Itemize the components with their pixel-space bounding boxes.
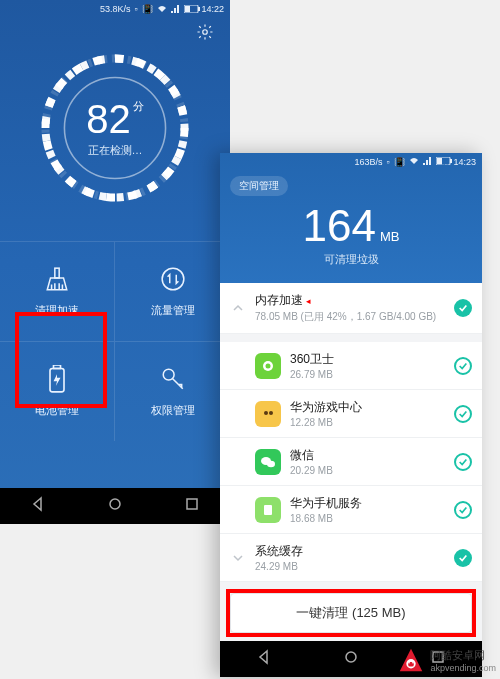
nav-recent[interactable]	[184, 496, 200, 516]
grid-battery-mgr[interactable]: 电池管理	[0, 341, 115, 441]
memory-title: 内存加速	[255, 293, 303, 307]
battery-pct: 38	[190, 6, 198, 13]
watermark-url: akpvending.com	[430, 663, 496, 673]
svg-rect-16	[450, 159, 452, 163]
signal-icon	[423, 157, 432, 167]
signal-icon	[171, 5, 180, 13]
nfc-icon: ▫	[386, 157, 389, 167]
system-cache-row[interactable]: 系统缓存 24.29 MB	[220, 534, 482, 582]
check-toggle[interactable]	[454, 299, 472, 317]
app-size: 26.79 MB	[290, 369, 445, 380]
app-icon-hw-service	[255, 497, 281, 523]
svg-rect-11	[54, 365, 61, 369]
svg-point-3	[203, 30, 208, 35]
app-name: 微信	[290, 447, 445, 464]
list-item[interactable]: 华为游戏中心 12.28 MB	[220, 390, 482, 438]
app-icon-hw-game	[255, 401, 281, 427]
cleanable-label: 可清理垃圾	[220, 252, 482, 267]
svg-point-21	[269, 411, 273, 415]
status-bar: 163B/s ▫ 📳 37 14:23	[220, 153, 482, 171]
grid-clean-accel[interactable]: 清理加速	[0, 241, 115, 341]
status-bar: 53.8K/s ▫ 📳 38 14:22	[0, 0, 230, 18]
updown-icon	[159, 265, 187, 293]
nav-back[interactable]	[30, 496, 46, 516]
app-name: 系统缓存	[255, 543, 445, 560]
svg-rect-8	[55, 268, 59, 278]
gear-icon	[196, 23, 214, 41]
grid-permission-mgr[interactable]: 权限管理	[115, 341, 230, 441]
broom-icon	[43, 265, 71, 293]
feature-grid: 清理加速 流量管理 电池管理 权限管理	[0, 241, 230, 441]
cleanup-list[interactable]: 内存加速◂ 78.05 MB (已用 42%，1.67 GB/4.00 GB) …	[220, 283, 482, 621]
svg-rect-1	[198, 7, 200, 11]
net-speed: 53.8K/s	[100, 4, 131, 14]
svg-point-9	[162, 268, 184, 290]
app-name: 360卫士	[290, 351, 445, 368]
android-logo-icon	[396, 645, 426, 675]
vibrate-icon: 📳	[142, 4, 153, 14]
cleanup-detail-screen: 163B/s ▫ 📳 37 14:23 空间管理 164MB 可清理垃圾 内存加…	[220, 153, 482, 677]
app-icon-wechat	[255, 449, 281, 475]
app-name: 华为手机服务	[290, 495, 445, 512]
svg-rect-14	[187, 499, 197, 509]
nav-home[interactable]	[107, 496, 123, 516]
check-toggle[interactable]	[454, 453, 472, 471]
svg-point-30	[413, 662, 415, 664]
cleanup-header: 163B/s ▫ 📳 37 14:23 空间管理 164MB 可清理垃圾	[220, 153, 482, 283]
check-toggle[interactable]	[454, 405, 472, 423]
grid-label: 权限管理	[151, 403, 195, 418]
watermark: 阿酷安卓网 akpvending.com	[396, 645, 496, 675]
score-gauge: 82分 正在检测…	[0, 49, 230, 207]
phone-manager-main-screen: 53.8K/s ▫ 📳 38 14:22	[0, 0, 230, 524]
watermark-brand: 阿酷安卓网	[430, 649, 485, 661]
svg-point-6	[45, 58, 184, 197]
svg-point-13	[110, 499, 120, 509]
app-name: 华为游戏中心	[290, 399, 445, 416]
wifi-icon	[157, 5, 167, 13]
svg-point-7	[64, 77, 165, 178]
key-icon	[159, 365, 187, 393]
list-item[interactable]: 微信 20.29 MB	[220, 438, 482, 486]
list-item[interactable]: 华为手机服务 18.68 MB	[220, 486, 482, 534]
cleanable-size: 164	[303, 201, 376, 250]
app-size: 24.29 MB	[255, 561, 445, 572]
clock: 14:23	[453, 157, 476, 167]
app-size: 20.29 MB	[290, 465, 445, 476]
nav-home[interactable]	[343, 649, 359, 669]
indicator-icon: ◂	[306, 296, 311, 306]
svg-point-29	[409, 662, 411, 664]
grid-label: 电池管理	[35, 403, 79, 418]
battery-pct: 37	[442, 159, 450, 166]
app-size: 12.28 MB	[290, 417, 445, 428]
svg-point-25	[346, 652, 356, 662]
nav-back[interactable]	[256, 649, 272, 669]
vibrate-icon: 📳	[394, 157, 405, 167]
chevron-down-icon	[230, 552, 246, 564]
net-speed: 163B/s	[354, 157, 382, 167]
chevron-up-icon	[230, 302, 246, 314]
grid-label: 清理加速	[35, 303, 79, 318]
nfc-icon: ▫	[134, 4, 137, 14]
wifi-icon	[409, 157, 419, 167]
cleanable-unit: MB	[380, 229, 400, 244]
android-navbar	[0, 488, 230, 524]
list-item[interactable]: 360卫士 26.79 MB	[220, 342, 482, 390]
settings-button[interactable]	[194, 21, 216, 43]
bottom-action-bar: 一键清理 (125 MB)	[220, 585, 482, 641]
svg-point-20	[264, 411, 268, 415]
svg-point-19	[266, 363, 271, 368]
memory-sub: 78.05 MB (已用 42%，1.67 GB/4.00 GB)	[255, 310, 445, 324]
clock: 14:22	[201, 4, 224, 14]
app-size: 18.68 MB	[290, 513, 445, 524]
storage-chip[interactable]: 空间管理	[230, 176, 288, 196]
one-click-clean-button[interactable]: 一键清理 (125 MB)	[230, 593, 472, 633]
check-toggle[interactable]	[454, 501, 472, 519]
grid-label: 流量管理	[151, 303, 195, 318]
svg-point-23	[267, 460, 275, 466]
grid-traffic-mgr[interactable]: 流量管理	[115, 241, 230, 341]
app-icon-360	[255, 353, 281, 379]
memory-accel-row[interactable]: 内存加速◂ 78.05 MB (已用 42%，1.67 GB/4.00 GB)	[220, 283, 482, 334]
svg-rect-24	[264, 505, 272, 515]
check-toggle[interactable]	[454, 549, 472, 567]
check-toggle[interactable]	[454, 357, 472, 375]
